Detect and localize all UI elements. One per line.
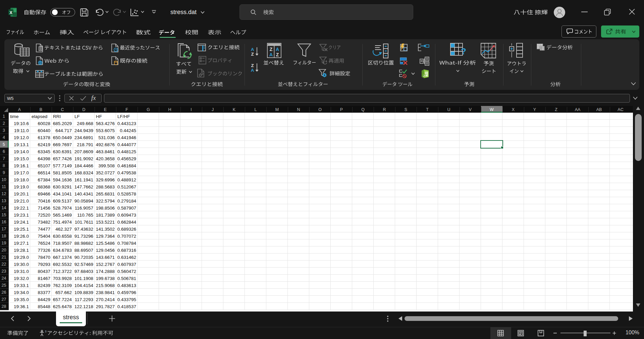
svg-text:J: J (423, 74, 425, 77)
svg-text:A: A (276, 47, 279, 52)
svg-text:?: ? (45, 330, 46, 333)
svg-text:Z: Z (270, 47, 273, 52)
svg-text:A: A (251, 47, 254, 52)
svg-text:?: ? (461, 46, 466, 56)
svg-text:Z: Z (251, 52, 254, 57)
svg-text:Z: Z (251, 63, 254, 68)
svg-text:Z: Z (276, 52, 279, 57)
svg-text:X: X (9, 10, 12, 15)
svg-text:A: A (269, 52, 273, 57)
svg-text:A: A (251, 68, 254, 73)
